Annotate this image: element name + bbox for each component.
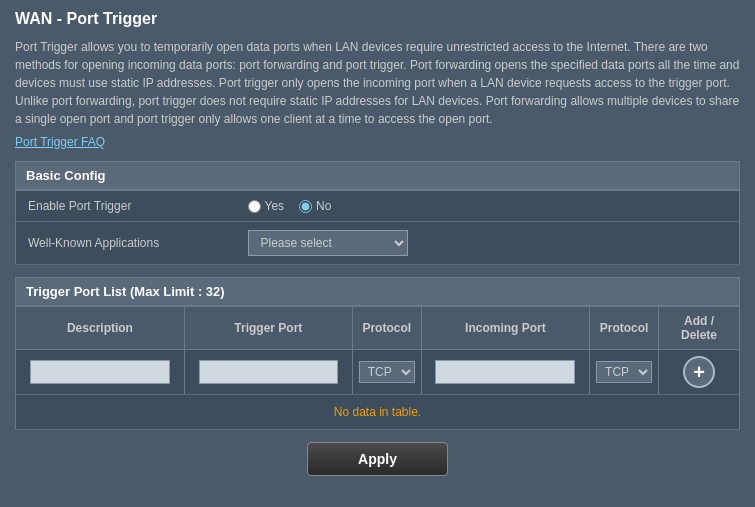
basic-config-table: Enable Port Trigger Yes No Well-Known Ap… [15, 190, 740, 265]
enable-port-trigger-label: Enable Port Trigger [16, 191, 236, 222]
protocol1-cell: TCP UDP Both [352, 350, 421, 395]
faq-link[interactable]: Port Trigger FAQ [15, 135, 105, 149]
col-add-delete: Add / Delete [659, 307, 740, 350]
apply-button[interactable]: Apply [307, 442, 448, 476]
trigger-port-table: Description Trigger Port Protocol Incomi… [15, 306, 740, 430]
apply-section: Apply [15, 442, 740, 476]
well-known-apps-value: Please select [236, 222, 740, 265]
radio-no[interactable] [299, 200, 312, 213]
description-text: Port Trigger allows you to temporarily o… [15, 38, 740, 128]
no-data-cell: No data in table. [16, 395, 740, 430]
enable-port-trigger-row: Enable Port Trigger Yes No [16, 191, 740, 222]
well-known-apps-row: Well-Known Applications Please select [16, 222, 740, 265]
enable-radio-group: Yes No [248, 199, 728, 213]
well-known-apps-select[interactable]: Please select [248, 230, 408, 256]
description-input[interactable] [30, 360, 170, 384]
enable-port-trigger-value: Yes No [236, 191, 740, 222]
col-incoming-port: Incoming Port [421, 307, 589, 350]
trigger-port-cell [184, 350, 352, 395]
protocol2-select[interactable]: TCP UDP Both [596, 361, 652, 383]
incoming-port-cell [421, 350, 589, 395]
radio-yes-text: Yes [265, 199, 285, 213]
well-known-apps-label: Well-Known Applications [16, 222, 236, 265]
trigger-list-header: Trigger Port List (Max Limit : 32) [15, 277, 740, 306]
description-cell [16, 350, 185, 395]
trigger-port-input[interactable] [199, 360, 338, 384]
basic-config-header: Basic Config [15, 161, 740, 190]
radio-no-text: No [316, 199, 331, 213]
protocol2-cell: TCP UDP Both [590, 350, 659, 395]
col-trigger-port: Trigger Port [184, 307, 352, 350]
incoming-port-input[interactable] [435, 360, 575, 384]
trigger-section: Trigger Port List (Max Limit : 32) Descr… [15, 277, 740, 430]
radio-no-label[interactable]: No [299, 199, 331, 213]
page-title: WAN - Port Trigger [15, 10, 740, 28]
col-description: Description [16, 307, 185, 350]
add-button[interactable]: + [683, 356, 715, 388]
protocol1-select[interactable]: TCP UDP Both [359, 361, 415, 383]
radio-yes[interactable] [248, 200, 261, 213]
col-protocol2: Protocol [590, 307, 659, 350]
trigger-table-header-row: Description Trigger Port Protocol Incomi… [16, 307, 740, 350]
add-delete-cell: + [659, 350, 740, 395]
no-data-row: No data in table. [16, 395, 740, 430]
input-row: TCP UDP Both TCP UDP Both + [16, 350, 740, 395]
col-protocol1: Protocol [352, 307, 421, 350]
radio-yes-label[interactable]: Yes [248, 199, 285, 213]
